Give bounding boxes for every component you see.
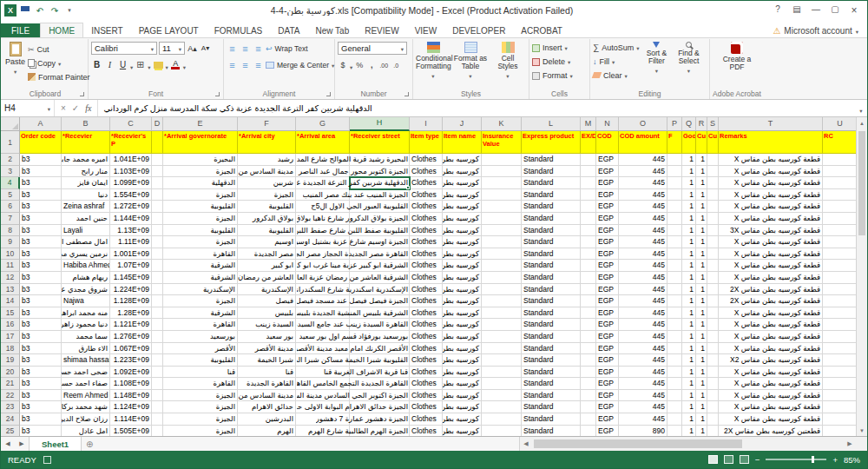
cell-O17[interactable]: 445 [619,331,667,343]
field-header-O[interactable]: COD amount [619,131,667,154]
cell-J19[interactable]: كورسيه بطن [443,354,482,367]
column-header-Q[interactable]: Q [682,117,696,131]
sheet-tab-sheet1[interactable]: Sheet1 [29,437,82,451]
cell-F19[interactable]: شبرا الخيمة [238,354,296,367]
cell-J15[interactable]: كورسيه بطن [443,307,482,320]
cell-I16[interactable]: Clothes [410,319,443,331]
cell-L22[interactable]: Standard [522,390,581,402]
cell-L17[interactable]: Standard [522,331,581,343]
cell-N13[interactable]: EGP [596,284,619,296]
cell-M7[interactable] [581,213,596,225]
new-sheet-button[interactable] [82,437,97,451]
cell-J20[interactable]: كورسيه بطن [443,367,482,379]
cell-S11[interactable] [707,260,719,272]
insert-function-button[interactable]: fx [85,103,91,113]
cell-A21[interactable]: b3 [20,378,62,390]
field-header-A[interactable]: Order code [20,131,62,154]
cell-C9[interactable]: 1.11E+09 [110,236,152,248]
cell-H9[interactable]: الجيزة اوسيم شارع عزبة بشتيل اوسيم [350,236,410,248]
cell-M24[interactable] [581,413,596,426]
cell-Q10[interactable]: 1 [682,248,696,261]
cell-C5[interactable]: 1.554E+09 [110,189,152,201]
field-header-M[interactable]: EX/DR [581,131,596,154]
column-header-C[interactable]: C [110,117,152,131]
cell-A7[interactable]: b3 [20,213,62,225]
cell-A20[interactable]: b3 [20,367,62,379]
cell-N25[interactable]: EGP [596,426,619,436]
cell-O22[interactable]: 445 [619,390,667,402]
cell-U23[interactable] [823,401,858,413]
cell-C23[interactable]: 1.124E+09 [110,401,152,413]
scroll-left-icon[interactable]: ◀ [520,440,532,447]
cell-O5[interactable]: 445 [619,189,667,201]
row-header-22[interactable]: 22 [1,390,20,402]
cell-F23[interactable]: حدائق الاهرام [238,401,296,413]
cell-E10[interactable]: القاهرة [163,248,238,261]
cell-I25[interactable]: Clothes [410,426,443,436]
cell-K8[interactable] [482,225,522,237]
cell-I12[interactable]: Clothes [410,272,443,284]
cell-R2[interactable]: 1 [696,154,707,166]
cell-B5[interactable]: دنيا [62,189,110,201]
cell-M14[interactable] [581,295,596,307]
dialog-launcher-icon[interactable] [80,92,84,96]
cell-F18[interactable]: مدينة الأقصر [238,343,296,355]
decrease-font-size-button[interactable] [200,43,211,55]
field-header-Q[interactable]: Goods [682,131,696,154]
cell-O21[interactable]: 445 [619,378,667,390]
cell-M6[interactable] [581,201,596,213]
cell-H17[interactable]: بورسعيد بورفؤاد قسم اول بور سعيد [350,331,410,343]
cell-Q25[interactable]: 1 [682,426,696,436]
cell-Q21[interactable]: 1 [682,378,696,390]
cell-M16[interactable] [581,319,596,331]
cell-M4[interactable] [581,177,596,189]
field-header-N[interactable]: COD [596,131,619,154]
cell-C2[interactable]: 1.041E+09 [110,154,152,166]
field-header-D[interactable] [152,131,163,154]
row-header-16[interactable]: 16 [1,319,20,331]
cell-A2[interactable]: b3 [20,154,62,166]
column-header-U[interactable]: U [823,117,858,131]
cell-I9[interactable]: Clothes [410,236,443,248]
cell-I11[interactable]: Clothes [410,260,443,272]
cell-L24[interactable]: Standard [522,413,581,426]
cell-C12[interactable]: 1.145E+09 [110,272,152,284]
font-color-button[interactable] [170,59,181,71]
row-header-25[interactable]: 25 [1,426,20,436]
cell-C17[interactable]: 1.276E+09 [110,331,152,343]
cell-J23[interactable]: كورسيه بطن [443,401,482,413]
cell-U7[interactable] [823,213,858,225]
cell-J12[interactable]: كورسيه بطن [443,272,482,284]
cell-L5[interactable]: Standard [522,189,581,201]
cell-K9[interactable] [482,236,522,248]
cell-E18[interactable]: الأقصر [163,343,238,355]
cell-R24[interactable]: 1 [696,413,707,426]
cell-K18[interactable] [482,343,522,355]
cell-R18[interactable]: 1 [696,343,707,355]
column-header-O[interactable]: O [619,117,667,131]
column-header-L[interactable]: L [522,117,581,131]
top-align-button[interactable] [227,43,238,55]
cell-U4[interactable] [823,177,858,189]
cell-E13[interactable]: الإسكندرية [163,284,238,296]
cell-L12[interactable]: Standard [522,272,581,284]
cell-R9[interactable]: 1 [696,236,707,248]
cell-A25[interactable]: b3 [20,426,62,436]
cell-D3[interactable] [152,166,163,178]
previous-sheet-icon[interactable]: ◀ [1,437,15,451]
cell-T12[interactable]: قطعة كورسيه بطن مقاس X [719,272,823,284]
page-layout-view-icon[interactable] [724,455,733,464]
cell-P25[interactable] [667,426,682,436]
cell-Q2[interactable]: 1 [682,154,696,166]
cell-L25[interactable]: Standard [522,426,581,436]
cell-K25[interactable] [482,426,522,436]
cell-T24[interactable]: قطعة كورسيه بطن مقاس X [719,413,823,426]
cell-H13[interactable]: الإسكندرية اسكندرية شارع السكندراني [350,284,410,296]
column-header-M[interactable]: M [581,117,596,131]
cell-T13[interactable]: قطعة كورسيه بطن مقاس 2X [719,284,823,296]
row-header-7[interactable]: 7 [1,213,20,225]
cell-R14[interactable]: 1 [696,295,707,307]
cell-styles-button[interactable]: Cell Styles [490,39,525,80]
cell-K2[interactable] [482,154,522,166]
cell-K7[interactable] [482,213,522,225]
